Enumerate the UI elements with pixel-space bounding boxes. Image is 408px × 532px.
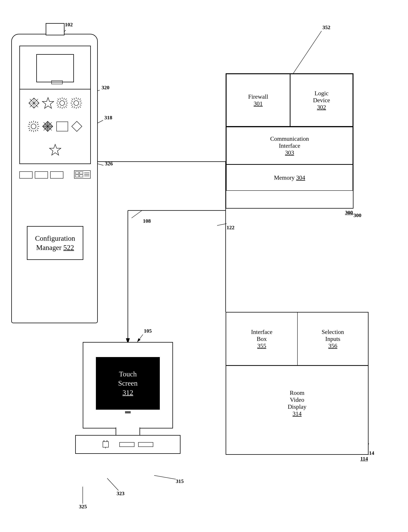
server-top-row: Firewall 301 LogicDevice 302 bbox=[226, 74, 353, 127]
comm-interface-cell: CommunicationInterface 303 bbox=[226, 127, 353, 164]
label-323: 323 bbox=[117, 490, 125, 497]
memory-label: Memory 304 bbox=[274, 174, 305, 181]
svg-line-40 bbox=[57, 105, 59, 105]
selection-label: SelectionInputs bbox=[322, 328, 344, 342]
svg-line-61 bbox=[80, 101, 81, 101]
config-manager-label: ConfigurationManager 522 bbox=[35, 234, 75, 252]
svg-line-43 bbox=[66, 105, 67, 105]
video-num: 314 bbox=[293, 410, 302, 417]
svg-line-59 bbox=[78, 107, 78, 108]
selection-inputs-cell: SelectionInputs 356 bbox=[298, 313, 368, 365]
video-label: RoomVideoDisplay bbox=[288, 389, 306, 410]
interface-box-cell: InterfaceBox 355 bbox=[226, 313, 298, 365]
sun-shape-2 bbox=[70, 97, 82, 109]
svg-line-76 bbox=[35, 130, 36, 132]
svg-line-60 bbox=[80, 105, 81, 105]
label-315: 315 bbox=[176, 478, 184, 484]
interface-num: 355 bbox=[257, 342, 266, 349]
svg-line-41 bbox=[60, 107, 60, 108]
svg-line-56 bbox=[71, 101, 73, 101]
kiosk-buttons-row bbox=[19, 170, 91, 180]
svg-line-18 bbox=[137, 334, 143, 342]
svg-line-62 bbox=[78, 98, 78, 100]
memory-cell: Memory 304 bbox=[226, 164, 353, 191]
config-manager-box: ConfigurationManager 522 bbox=[27, 226, 83, 260]
svg-line-38 bbox=[60, 98, 60, 100]
svg-line-75 bbox=[31, 130, 32, 132]
label-326: 326 bbox=[105, 161, 113, 167]
interface-label: InterfaceBox bbox=[251, 328, 272, 342]
label-102: 102 bbox=[65, 22, 73, 28]
kiosk-top-bump bbox=[46, 23, 65, 35]
square-shape bbox=[56, 121, 69, 132]
label-352: 352 bbox=[323, 25, 330, 30]
label-105: 105 bbox=[144, 328, 152, 334]
touch-screen-inner: TouchScreen312 bbox=[96, 357, 160, 410]
svg-marker-86 bbox=[72, 121, 82, 132]
svg-line-20 bbox=[154, 475, 176, 479]
logic-device-cell: LogicDevice 302 bbox=[290, 74, 353, 126]
selection-num: 356 bbox=[328, 342, 337, 349]
svg-line-72 bbox=[31, 121, 32, 123]
svg-line-15 bbox=[217, 224, 227, 225]
base-port-1 bbox=[119, 442, 135, 447]
touch-screen-num: 312 bbox=[122, 389, 133, 397]
room-video-display-cell: RoomVideoDisplay 314 bbox=[226, 366, 368, 441]
room-box-num: 114 bbox=[360, 456, 368, 462]
logic-label: LogicDevice bbox=[313, 90, 330, 104]
svg-line-79 bbox=[35, 121, 36, 123]
kiosk-screen-inner bbox=[36, 54, 74, 82]
svg-line-57 bbox=[71, 105, 73, 105]
svg-rect-92 bbox=[79, 175, 83, 177]
usb-icon bbox=[102, 440, 116, 449]
svg-line-42 bbox=[64, 107, 64, 108]
touch-screen-device: TouchScreen312 bbox=[75, 342, 180, 470]
kiosk-btn-3 bbox=[50, 171, 63, 179]
svg-line-17 bbox=[293, 31, 322, 73]
config-manager-num: 522 bbox=[63, 243, 74, 251]
sun-shape-1 bbox=[56, 97, 68, 109]
svg-rect-96 bbox=[103, 442, 109, 447]
svg-line-51 bbox=[72, 99, 73, 100]
svg-line-54 bbox=[72, 106, 73, 108]
svg-point-63 bbox=[31, 124, 36, 129]
svg-line-55 bbox=[74, 98, 75, 100]
server-box-300: Firewall 301 LogicDevice 302 Communicati… bbox=[226, 73, 353, 208]
touch-base bbox=[75, 435, 180, 454]
comm-label: CommunicationInterface bbox=[270, 135, 309, 149]
svg-line-35 bbox=[65, 106, 67, 108]
svg-line-78 bbox=[37, 124, 39, 125]
touch-monitor-indicator bbox=[125, 411, 131, 413]
star-shape-1 bbox=[42, 97, 54, 109]
diamond-shape-3 bbox=[71, 120, 83, 133]
svg-line-73 bbox=[28, 124, 30, 125]
svg-rect-85 bbox=[57, 122, 68, 131]
svg-marker-28 bbox=[42, 98, 54, 108]
svg-rect-89 bbox=[75, 172, 79, 174]
room-box-114: InterfaceBox 355 SelectionInputs 356 Roo… bbox=[226, 312, 368, 455]
label-318: 318 bbox=[104, 115, 112, 121]
svg-line-53 bbox=[79, 99, 81, 100]
firewall-num: 301 bbox=[254, 100, 263, 107]
svg-point-46 bbox=[74, 100, 79, 105]
kiosk-btn-2 bbox=[35, 171, 48, 179]
kiosk-btn-1 bbox=[19, 171, 33, 179]
svg-line-34 bbox=[58, 99, 59, 100]
svg-line-52 bbox=[79, 106, 81, 108]
svg-line-45 bbox=[64, 98, 64, 100]
logic-num: 302 bbox=[317, 104, 326, 111]
svg-point-29 bbox=[60, 100, 65, 105]
star-shape-2 bbox=[49, 144, 61, 156]
svg-marker-87 bbox=[50, 144, 61, 155]
svg-line-58 bbox=[74, 107, 75, 108]
comm-num: 303 bbox=[285, 149, 294, 156]
svg-line-68 bbox=[29, 122, 30, 123]
kiosk-display-area bbox=[19, 89, 91, 164]
diagram: 319 325 102 322 320 318 326 108 122 300 … bbox=[0, 0, 408, 532]
svg-line-44 bbox=[66, 101, 67, 101]
label-122: 122 bbox=[227, 224, 234, 231]
label-325-bottom: 325 bbox=[79, 504, 87, 510]
svg-line-37 bbox=[58, 106, 59, 108]
sun-shape-3 bbox=[27, 120, 40, 133]
svg-line-74 bbox=[28, 128, 30, 129]
